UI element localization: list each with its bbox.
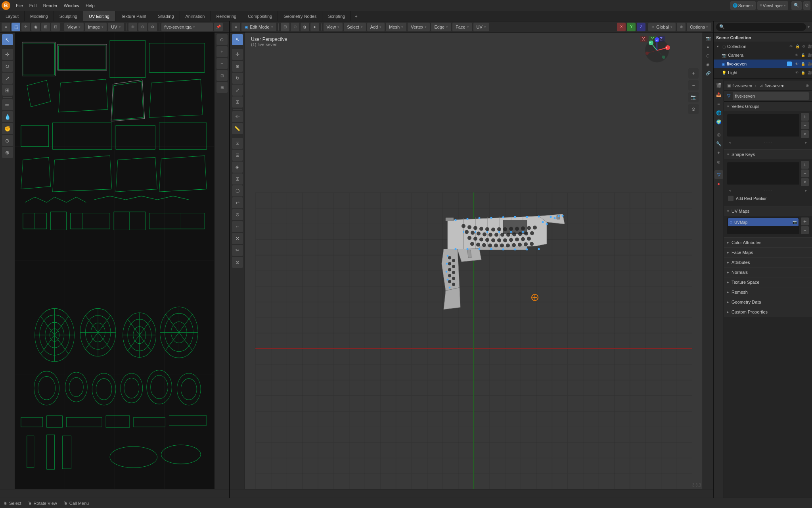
sc-collection-vis-4[interactable]: 🎥 <box>808 44 812 48</box>
sk-nav-left[interactable]: ◂ <box>727 189 732 192</box>
menu-help[interactable]: Help <box>82 2 98 9</box>
sk-add-btn[interactable]: + <box>801 161 809 169</box>
add-rest-position-checkbox[interactable] <box>728 196 733 201</box>
menu-edit[interactable]: Edit <box>26 2 40 9</box>
uvm-add-btn[interactable]: + <box>801 217 809 225</box>
edge-menu-btn[interactable]: Edge ▾ <box>431 23 451 31</box>
sc-five-seven[interactable]: ▣ five-seven 👁 🔒 🎥 <box>714 60 812 68</box>
props-search[interactable]: 🔍 <box>716 23 806 31</box>
vg-nav-left[interactable]: ◂ <box>727 140 732 144</box>
sc-camera-render[interactable]: 🎥 <box>808 53 812 57</box>
vp-icon-mesh[interactable]: ⬡ <box>704 52 712 60</box>
nav-zoom-in[interactable]: + <box>688 68 699 79</box>
pi-modifier[interactable]: 🔧 <box>714 139 723 148</box>
pi-render[interactable]: 🎬 <box>714 81 723 90</box>
sc-mesh-vis[interactable]: 👁 <box>795 62 799 66</box>
uv-tool-grab[interactable]: ✊ <box>2 123 13 134</box>
remesh-header[interactable]: ▸ Remesh <box>724 287 812 297</box>
custom-properties-header[interactable]: ▸ Custom Properties <box>724 307 812 317</box>
select-menu-btn[interactable]: Select ▾ <box>344 23 366 31</box>
preferences-icon[interactable]: ⚙ <box>805 3 809 8</box>
vl-cursor-tool[interactable]: ✛ <box>232 49 243 60</box>
pi-output[interactable]: 📤 <box>714 90 723 99</box>
sk-expand-btn[interactable]: ▾ <box>801 178 809 186</box>
uv-image-file-btn[interactable]: five-seven.tga ▾ <box>161 23 213 31</box>
uvm-item-uvmap[interactable]: ⊙ UVMap 📷 <box>728 218 799 226</box>
vl-poly-build-tool[interactable]: ⬡ <box>232 185 243 196</box>
vg-expand-btn[interactable]: ▾ <box>801 130 809 138</box>
uv-menu-btn[interactable]: UV ▾ <box>473 23 489 31</box>
vg-remove-btn[interactable]: − <box>801 121 809 129</box>
uv-tool-transform[interactable]: ⊞ <box>2 85 13 96</box>
menu-file[interactable]: File <box>13 2 26 9</box>
nav-zoom-out[interactable]: − <box>688 80 699 90</box>
vp-icon-camera[interactable]: 📷 <box>704 34 712 42</box>
ws-rendering[interactable]: Rendering <box>211 11 242 21</box>
vl-shrink-tool[interactable]: ⤧ <box>232 233 243 244</box>
xyz-y-btn[interactable]: Y <box>627 23 636 31</box>
vl-rotate-tool[interactable]: ↻ <box>232 73 243 84</box>
pi-physics[interactable]: ⊕ <box>714 158 723 166</box>
viewlayer-dropdown-icon[interactable]: ▾ <box>784 4 786 8</box>
vl-spin-tool[interactable]: ↩ <box>232 197 243 208</box>
nav-focus[interactable]: ⊙ <box>688 104 699 114</box>
vg-add-btn[interactable]: + <box>801 113 809 121</box>
uv-right-fit[interactable]: ⊡ <box>216 70 228 81</box>
vg-nav-right[interactable]: ▸ <box>804 140 809 144</box>
uv-right-snap[interactable]: ⊙ <box>216 34 228 45</box>
ws-sculpting[interactable]: Sculpting <box>54 11 83 21</box>
uv-right-zoom-in[interactable]: + <box>216 46 228 57</box>
xyz-x-btn[interactable]: X <box>617 23 626 31</box>
vl-extrude-tool[interactable]: ⊡ <box>232 138 243 149</box>
uv-tool-btn-2[interactable]: ◉ <box>31 23 40 31</box>
vertex-groups-header[interactable]: ▾ Vertex Groups <box>724 102 812 111</box>
sc-collection-vis-1[interactable]: 👁 <box>789 44 793 48</box>
scene-dropdown-icon[interactable]: ▾ <box>751 4 753 8</box>
uv-snap-btn[interactable]: ⊕ <box>128 23 137 31</box>
ws-shading[interactable]: Shading <box>152 11 180 21</box>
xyz-z-btn[interactable]: Z <box>637 23 645 31</box>
axis-gizmo[interactable]: X Y Z <box>643 37 671 65</box>
pi-particles[interactable]: ✦ <box>714 148 723 157</box>
vl-scale-tool[interactable]: ⤢ <box>232 85 243 96</box>
vl-annotate-tool[interactable]: ✏ <box>232 111 243 122</box>
sk-remove-btn[interactable]: − <box>801 169 809 177</box>
vl-transform-tool[interactable]: ⊞ <box>232 96 243 108</box>
vp-icon-constraint[interactable]: 🔗 <box>704 69 712 77</box>
uv-view-menu-btn[interactable]: ≡ <box>2 23 10 31</box>
vp-display-render[interactable]: ● <box>310 23 319 31</box>
uv-tool-btn-1[interactable]: ✛ <box>21 23 30 31</box>
uv-tool-rotate[interactable]: ↻ <box>2 61 13 72</box>
ws-texture-paint[interactable]: Texture Paint <box>115 11 152 21</box>
shape-keys-header[interactable]: ▾ Shape Keys <box>724 150 812 159</box>
view-menu-btn[interactable]: View ▾ <box>324 23 343 31</box>
sc-collection[interactable]: ▾ ◻ Collection 👁 🔒 ⚙ 🎥 <box>714 42 812 51</box>
pi-view-layer[interactable]: ≡ <box>714 99 723 108</box>
vl-inset-tool[interactable]: ⊟ <box>232 150 243 161</box>
color-attributes-header[interactable]: ▸ Color Attributes <box>724 238 812 247</box>
vp-display-wire[interactable]: ⊟ <box>281 23 289 31</box>
vp-icon-material[interactable]: ◉ <box>704 60 712 68</box>
sc-light-vis[interactable]: 👁 <box>795 71 799 75</box>
pi-world[interactable]: 🌍 <box>714 117 723 126</box>
transform-dropdown[interactable]: ⊛ Global ▾ <box>648 23 676 31</box>
vl-bisect-tool[interactable]: ⊘ <box>232 257 243 268</box>
uv-maps-header[interactable]: ▾ UV Maps <box>724 206 812 216</box>
uv-tool-cursor[interactable]: ↖ <box>2 34 13 45</box>
add-menu-btn[interactable]: Add ▾ <box>367 23 385 31</box>
uv-proportional-btn[interactable]: ⊘ <box>148 23 157 31</box>
options-btn[interactable]: Options ▾ <box>687 23 711 31</box>
vl-move-tool[interactable]: ⊕ <box>232 61 243 72</box>
vp-display-material[interactable]: ◑ <box>301 23 309 31</box>
uv-tool-sample[interactable]: 💧 <box>2 111 13 122</box>
sc-mesh-lock[interactable]: 🔒 <box>801 62 805 66</box>
pi-material[interactable]: ● <box>714 179 723 188</box>
ws-modeling[interactable]: Modeling <box>25 11 54 21</box>
uv-image-dropdown[interactable]: Image ▾ <box>85 23 107 31</box>
uv-tool-relax[interactable]: ⊙ <box>2 135 13 146</box>
uvm-remove-btn[interactable]: − <box>801 226 809 234</box>
vp-display-solid[interactable]: ⊙ <box>291 23 299 31</box>
pi-mesh-data[interactable]: ▽ <box>714 170 723 179</box>
bc-filter-btn[interactable]: ⊛ <box>806 83 809 88</box>
vl-select-tool[interactable]: ↖ <box>232 34 243 45</box>
